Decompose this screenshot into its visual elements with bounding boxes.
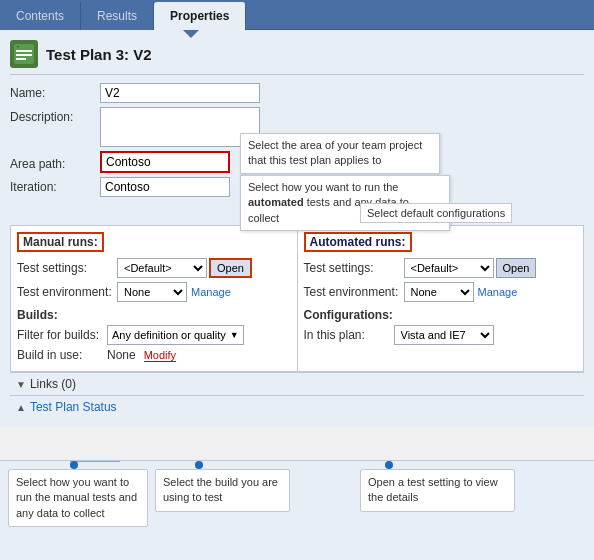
panels-wrapper: Manual runs: Test settings: <Default> Op…	[10, 225, 584, 372]
auto-test-settings-select[interactable]: <Default>	[404, 258, 494, 278]
area-field[interactable]	[100, 151, 230, 173]
build-in-use-value: None	[107, 348, 136, 362]
manual-test-settings-row: Test settings: <Default> Open	[17, 258, 291, 278]
auto-open-button[interactable]: Open	[496, 258, 537, 278]
manual-env-select[interactable]: None	[117, 282, 187, 302]
filter-builds-label: Filter for builds:	[17, 328, 107, 342]
name-field[interactable]	[100, 83, 260, 103]
area-tooltip: Select the area of your team project tha…	[240, 133, 440, 174]
desc-field[interactable]	[100, 107, 260, 147]
status-label: Test Plan Status	[30, 400, 117, 414]
builds-title: Builds:	[17, 308, 291, 322]
auto-env-row: Test environment: None Manage	[304, 282, 578, 302]
links-label: Links (0)	[30, 377, 76, 391]
build-in-use-row: Build in use: None Modify	[17, 348, 291, 362]
auto-test-settings-row: Test settings: <Default> Open	[304, 258, 578, 278]
open-setting-annotation: Open a test setting to view the details	[360, 469, 515, 512]
filter-builds-row: Filter for builds: Any definition or qua…	[17, 325, 291, 345]
in-plan-label: In this plan:	[304, 328, 394, 342]
manual-panel-title: Manual runs:	[17, 232, 104, 252]
auto-env-select[interactable]: None	[404, 282, 474, 302]
default-config-tooltip: Select default configurations	[360, 203, 512, 223]
manual-env-row: Test environment: None Manage	[17, 282, 291, 302]
modify-link[interactable]: Modify	[144, 349, 176, 362]
automated-panel: Automated runs: Test settings: <Default>…	[298, 226, 584, 371]
manual-annotation: Select how you want to run the manual te…	[8, 469, 148, 527]
svg-rect-1	[16, 50, 32, 52]
iter-field[interactable]	[100, 177, 230, 197]
automated-panel-title: Automated runs:	[304, 232, 412, 252]
connector-dot-2	[195, 461, 203, 469]
connector-dot-3	[385, 461, 393, 469]
connector-dot-1	[70, 461, 78, 469]
desc-label: Description:	[10, 107, 100, 124]
filter-builds-dropdown[interactable]: Any definition or quality ▼	[107, 325, 244, 345]
tab-indicator	[183, 30, 199, 38]
iter-row: Iteration: Select how you want to run th…	[10, 177, 584, 197]
main-content: Test Plan 3: V2 Name: Description: Area …	[0, 30, 594, 426]
in-plan-select[interactable]: Vista and IE7	[394, 325, 494, 345]
tab-properties[interactable]: Properties	[154, 2, 246, 30]
tab-results[interactable]: Results	[81, 2, 154, 30]
area-label: Area path:	[10, 154, 100, 171]
manual-test-settings-select[interactable]: <Default>	[117, 258, 207, 278]
in-plan-row: In this plan: Vista and IE7	[304, 325, 578, 345]
manual-panel: Manual runs: Test settings: <Default> Op…	[11, 226, 298, 371]
annotations-area: Select how you want to run the manual te…	[0, 460, 594, 560]
name-label: Name:	[10, 83, 100, 100]
build-in-use-label: Build in use:	[17, 348, 107, 362]
auto-test-settings-label: Test settings:	[304, 261, 404, 275]
svg-rect-2	[16, 54, 32, 56]
tabs-bar: Contents Results Properties	[0, 0, 594, 30]
manual-open-button[interactable]: Open	[209, 258, 252, 278]
auto-manage-link[interactable]: Manage	[478, 286, 518, 298]
svg-rect-3	[16, 58, 26, 60]
iter-label: Iteration:	[10, 177, 100, 194]
filter-dropdown-arrow: ▼	[230, 330, 239, 340]
manual-manage-link[interactable]: Manage	[191, 286, 231, 298]
auto-env-label: Test environment:	[304, 285, 404, 299]
status-section[interactable]: ▲ Test Plan Status	[10, 395, 584, 418]
links-chevron: ▼	[16, 379, 26, 390]
config-title: Configurations:	[304, 308, 578, 322]
plan-icon	[10, 40, 38, 68]
links-section[interactable]: ▼ Links (0)	[10, 372, 584, 395]
page-title: Test Plan 3: V2	[46, 46, 152, 63]
plan-header: Test Plan 3: V2	[10, 40, 584, 75]
build-annotation: Select the build you are using to test	[155, 469, 290, 512]
manual-test-settings-label: Test settings:	[17, 261, 117, 275]
manual-env-label: Test environment:	[17, 285, 117, 299]
name-row: Name:	[10, 83, 584, 103]
tab-contents[interactable]: Contents	[0, 2, 81, 30]
status-chevron: ▲	[16, 402, 26, 413]
